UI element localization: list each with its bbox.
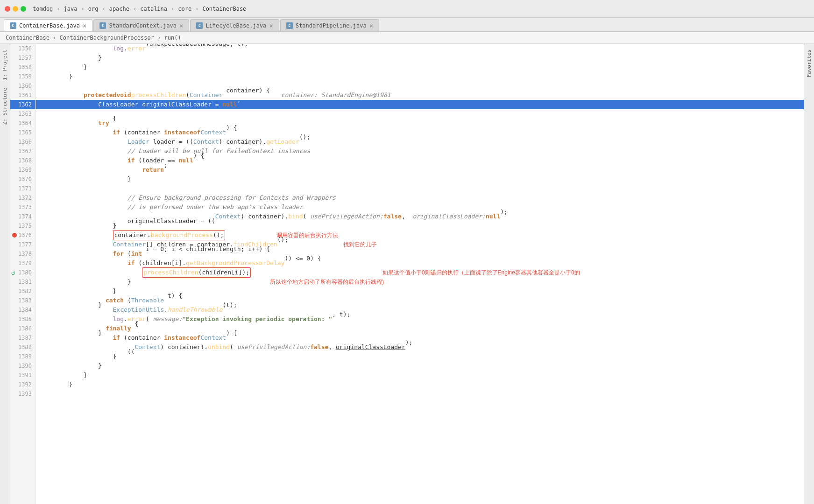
- main-layout: 1: Project Z: Structure 1356 1357 1358 1…: [0, 44, 814, 504]
- code-line-1374: originalClassLoader = ((Context) contain…: [36, 212, 804, 221]
- line-1370: 1370: [10, 175, 35, 184]
- window-controls[interactable]: [5, 6, 26, 12]
- line-1361: 1361: [10, 91, 35, 100]
- sep5: ›: [171, 6, 174, 12]
- tab-close-4[interactable]: ×: [369, 22, 373, 29]
- code-line-1391: }: [36, 371, 804, 380]
- code-line-1356: log.error(unexpectedDeathMessage, t);: [36, 44, 804, 53]
- tab-label-3: LifecycleBase.java: [205, 22, 266, 29]
- line-1365: 1365: [10, 128, 35, 137]
- code-line-1369: return;: [36, 165, 804, 175]
- sep4: ›: [133, 6, 136, 12]
- code-line-1361: protected void processChildren(Container…: [36, 91, 804, 100]
- code-line-1362: ClassLoader originalClassLoader = null;: [36, 100, 804, 109]
- code-line-1365: if (container instanceof Context) {: [36, 128, 804, 137]
- bc-core: core: [178, 6, 191, 12]
- line-1366: 1366: [10, 137, 35, 147]
- line-1367: 1367: [10, 147, 35, 156]
- tab-containerbase[interactable]: C ContainerBase.java ×: [4, 19, 92, 31]
- line-1362: 1362: [10, 100, 35, 109]
- tab-standardcontext[interactable]: C StandardContext.java ×: [93, 19, 189, 31]
- line-1390: 1390: [10, 361, 35, 371]
- nav-breadcrumb: ContainerBase › ContainerBackgroundProce…: [0, 32, 814, 44]
- line-1373: 1373: [10, 203, 35, 212]
- sidebar-tab-favorites[interactable]: Favorites: [805, 46, 814, 81]
- line-1384: 1384: [10, 305, 35, 315]
- tab-close-1[interactable]: ×: [83, 22, 86, 29]
- tab-close-3[interactable]: ×: [269, 22, 273, 29]
- minimize-button[interactable]: [13, 6, 18, 12]
- line-1388: 1388: [10, 343, 35, 352]
- tab-close-2[interactable]: ×: [179, 22, 183, 29]
- title-bar: tomdog › java › org › apache › catalina …: [0, 0, 814, 18]
- line-1378: 1378: [10, 249, 35, 259]
- bc-containerbase: ContainerBase: [202, 6, 246, 12]
- line-1392: 1392: [10, 380, 35, 389]
- tab-icon-4: C: [286, 22, 293, 29]
- code-line-1379: if (children[i].getBackgroundProcessorDe…: [36, 259, 804, 268]
- tab-standardpipeline[interactable]: C StandardPipeline.java ×: [280, 19, 379, 31]
- tab-lifecyclebase[interactable]: C LifecycleBase.java ×: [190, 19, 279, 31]
- code-line-1392: }: [36, 380, 804, 389]
- line-1391: 1391: [10, 371, 35, 380]
- line-1363: 1363: [10, 109, 35, 119]
- line-1379: 1379: [10, 259, 35, 268]
- reload-icon: ↺: [11, 269, 15, 276]
- bc-apache: apache: [109, 6, 129, 12]
- code-line-1388: ((Context) container).unbind( usePrivile…: [36, 343, 804, 352]
- line-1382: 1382: [10, 287, 35, 296]
- sep3: ›: [102, 6, 105, 12]
- tab-bar: C ContainerBase.java × C StandardContext…: [0, 18, 814, 32]
- bc-java: java: [64, 6, 78, 12]
- sep2: ›: [81, 6, 85, 12]
- line-1375: 1375: [10, 221, 35, 231]
- line-1360: 1360: [10, 81, 35, 91]
- line-1368: 1368: [10, 156, 35, 165]
- code-line-1364: try {: [36, 119, 804, 128]
- line-1369: 1369: [10, 165, 35, 175]
- line-1383: 1383: [10, 296, 35, 305]
- close-button[interactable]: [5, 6, 10, 12]
- code-line-1393: [36, 389, 804, 399]
- line-1387: 1387: [10, 333, 35, 343]
- tab-label-4: StandardPipeline.java: [296, 22, 367, 29]
- tab-label-2: StandardContext.java: [109, 22, 177, 29]
- bc-org: org: [88, 6, 99, 12]
- code-line-1381: } 所以这个地方启动了所有容器的后台执行线程): [36, 277, 804, 287]
- maximize-button[interactable]: [21, 6, 26, 12]
- line-1374: 1374: [10, 212, 35, 221]
- code-line-1384: ExceptionUtils.handleThrowable(t);: [36, 305, 804, 315]
- annotation-1377: 找到它的儿子: [343, 240, 377, 249]
- code-area[interactable]: log.error(unexpectedDeathMessage, t); } …: [36, 44, 804, 504]
- tab-icon-3: C: [196, 22, 203, 29]
- line-1393: 1393: [10, 389, 35, 399]
- code-line-1378: for (int i = 0; i < children.length; i++…: [36, 249, 804, 259]
- breakpoint-indicator: [12, 233, 17, 238]
- tab-icon-1: C: [10, 22, 16, 29]
- code-line-1371: [36, 184, 804, 193]
- line-1385: 1385: [10, 315, 35, 324]
- code-line-1368: if (loader == null) {: [36, 156, 804, 165]
- tab-icon-2: C: [99, 22, 106, 29]
- code-lines: log.error(unexpectedDeathMessage, t); } …: [36, 44, 804, 399]
- sidebar-left: 1: Project Z: Structure: [0, 44, 10, 504]
- annotation-1381: 所以这个地方启动了所有容器的后台执行线程): [270, 277, 384, 287]
- code-line-1390: }: [36, 361, 804, 371]
- sidebar-right: Favorites: [804, 44, 814, 504]
- line-1389: 1389: [10, 352, 35, 361]
- line-gutter: 1356 1357 1358 1359 1360 1361 1362 1363 …: [10, 44, 36, 504]
- sep6: ›: [195, 6, 198, 12]
- code-line-1372: // Ensure background processing for Cont…: [36, 193, 804, 203]
- code-line-1359: }: [36, 72, 804, 81]
- line-1377: 1377: [10, 240, 35, 249]
- sidebar-tab-structure[interactable]: Z: Structure: [0, 84, 9, 128]
- annotation-1380a: 如果这个值小于0则递归的执行（上面说了除了Engine容器其他容器全是小于0的: [382, 268, 580, 277]
- code-line-1377: Container[] children = container.findChi…: [36, 240, 804, 249]
- code-line-1376: container.backgroundProcess(); 调用容器的后台执行…: [36, 231, 804, 240]
- code-line-1386: } finally {: [36, 324, 804, 333]
- tab-label-1: ContainerBase.java: [19, 22, 80, 29]
- code-line-1383: } catch (Throwable t) {: [36, 296, 804, 305]
- sidebar-tab-project[interactable]: 1: Project: [0, 46, 9, 84]
- line-1372: 1372: [10, 193, 35, 203]
- line-1359: 1359: [10, 72, 35, 81]
